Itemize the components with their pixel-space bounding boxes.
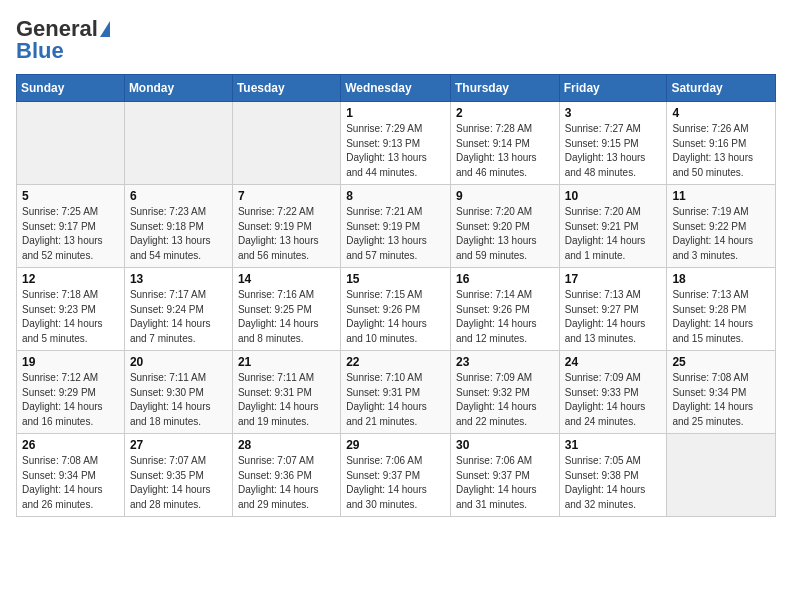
calendar-cell: 27Sunrise: 7:07 AM Sunset: 9:35 PM Dayli… [124,434,232,517]
day-info: Sunrise: 7:21 AM Sunset: 9:19 PM Dayligh… [346,205,445,263]
day-number: 19 [22,355,119,369]
logo: General Blue [16,16,110,64]
day-info: Sunrise: 7:11 AM Sunset: 9:30 PM Dayligh… [130,371,227,429]
day-number: 4 [672,106,770,120]
logo-blue-text: Blue [16,38,64,64]
day-header-wednesday: Wednesday [341,75,451,102]
day-info: Sunrise: 7:26 AM Sunset: 9:16 PM Dayligh… [672,122,770,180]
day-header-friday: Friday [559,75,667,102]
day-number: 1 [346,106,445,120]
calendar-week-row: 26Sunrise: 7:08 AM Sunset: 9:34 PM Dayli… [17,434,776,517]
day-info: Sunrise: 7:06 AM Sunset: 9:37 PM Dayligh… [346,454,445,512]
day-number: 26 [22,438,119,452]
day-header-monday: Monday [124,75,232,102]
day-info: Sunrise: 7:07 AM Sunset: 9:35 PM Dayligh… [130,454,227,512]
day-number: 2 [456,106,554,120]
day-header-sunday: Sunday [17,75,125,102]
day-info: Sunrise: 7:16 AM Sunset: 9:25 PM Dayligh… [238,288,335,346]
calendar-cell: 2Sunrise: 7:28 AM Sunset: 9:14 PM Daylig… [450,102,559,185]
day-number: 13 [130,272,227,286]
calendar-cell: 26Sunrise: 7:08 AM Sunset: 9:34 PM Dayli… [17,434,125,517]
calendar-week-row: 12Sunrise: 7:18 AM Sunset: 9:23 PM Dayli… [17,268,776,351]
calendar-cell: 6Sunrise: 7:23 AM Sunset: 9:18 PM Daylig… [124,185,232,268]
day-header-thursday: Thursday [450,75,559,102]
calendar-cell: 22Sunrise: 7:10 AM Sunset: 9:31 PM Dayli… [341,351,451,434]
calendar-cell [667,434,776,517]
calendar-cell: 8Sunrise: 7:21 AM Sunset: 9:19 PM Daylig… [341,185,451,268]
day-info: Sunrise: 7:15 AM Sunset: 9:26 PM Dayligh… [346,288,445,346]
calendar-cell: 31Sunrise: 7:05 AM Sunset: 9:38 PM Dayli… [559,434,667,517]
day-info: Sunrise: 7:09 AM Sunset: 9:32 PM Dayligh… [456,371,554,429]
day-number: 27 [130,438,227,452]
calendar-cell: 20Sunrise: 7:11 AM Sunset: 9:30 PM Dayli… [124,351,232,434]
day-number: 12 [22,272,119,286]
day-info: Sunrise: 7:07 AM Sunset: 9:36 PM Dayligh… [238,454,335,512]
day-info: Sunrise: 7:10 AM Sunset: 9:31 PM Dayligh… [346,371,445,429]
calendar-cell: 14Sunrise: 7:16 AM Sunset: 9:25 PM Dayli… [232,268,340,351]
day-info: Sunrise: 7:13 AM Sunset: 9:28 PM Dayligh… [672,288,770,346]
day-number: 8 [346,189,445,203]
day-header-saturday: Saturday [667,75,776,102]
calendar-cell [232,102,340,185]
day-info: Sunrise: 7:13 AM Sunset: 9:27 PM Dayligh… [565,288,662,346]
day-info: Sunrise: 7:09 AM Sunset: 9:33 PM Dayligh… [565,371,662,429]
calendar-week-row: 5Sunrise: 7:25 AM Sunset: 9:17 PM Daylig… [17,185,776,268]
day-info: Sunrise: 7:23 AM Sunset: 9:18 PM Dayligh… [130,205,227,263]
calendar-cell: 12Sunrise: 7:18 AM Sunset: 9:23 PM Dayli… [17,268,125,351]
calendar-week-row: 1Sunrise: 7:29 AM Sunset: 9:13 PM Daylig… [17,102,776,185]
calendar-cell: 5Sunrise: 7:25 AM Sunset: 9:17 PM Daylig… [17,185,125,268]
day-info: Sunrise: 7:06 AM Sunset: 9:37 PM Dayligh… [456,454,554,512]
day-number: 17 [565,272,662,286]
day-number: 3 [565,106,662,120]
calendar-cell: 4Sunrise: 7:26 AM Sunset: 9:16 PM Daylig… [667,102,776,185]
day-header-tuesday: Tuesday [232,75,340,102]
calendar-cell: 16Sunrise: 7:14 AM Sunset: 9:26 PM Dayli… [450,268,559,351]
calendar-cell: 11Sunrise: 7:19 AM Sunset: 9:22 PM Dayli… [667,185,776,268]
day-info: Sunrise: 7:20 AM Sunset: 9:21 PM Dayligh… [565,205,662,263]
day-number: 18 [672,272,770,286]
day-number: 23 [456,355,554,369]
calendar-cell: 29Sunrise: 7:06 AM Sunset: 9:37 PM Dayli… [341,434,451,517]
calendar-cell: 30Sunrise: 7:06 AM Sunset: 9:37 PM Dayli… [450,434,559,517]
calendar-week-row: 19Sunrise: 7:12 AM Sunset: 9:29 PM Dayli… [17,351,776,434]
calendar-cell: 1Sunrise: 7:29 AM Sunset: 9:13 PM Daylig… [341,102,451,185]
day-number: 22 [346,355,445,369]
day-number: 20 [130,355,227,369]
calendar-cell: 15Sunrise: 7:15 AM Sunset: 9:26 PM Dayli… [341,268,451,351]
day-info: Sunrise: 7:20 AM Sunset: 9:20 PM Dayligh… [456,205,554,263]
day-number: 9 [456,189,554,203]
day-number: 16 [456,272,554,286]
day-number: 5 [22,189,119,203]
day-info: Sunrise: 7:05 AM Sunset: 9:38 PM Dayligh… [565,454,662,512]
day-info: Sunrise: 7:22 AM Sunset: 9:19 PM Dayligh… [238,205,335,263]
day-info: Sunrise: 7:28 AM Sunset: 9:14 PM Dayligh… [456,122,554,180]
logo-triangle-icon [100,21,110,37]
day-number: 29 [346,438,445,452]
day-info: Sunrise: 7:08 AM Sunset: 9:34 PM Dayligh… [22,454,119,512]
day-number: 6 [130,189,227,203]
calendar-cell: 17Sunrise: 7:13 AM Sunset: 9:27 PM Dayli… [559,268,667,351]
calendar-cell [17,102,125,185]
day-number: 31 [565,438,662,452]
calendar-cell: 7Sunrise: 7:22 AM Sunset: 9:19 PM Daylig… [232,185,340,268]
calendar-cell: 25Sunrise: 7:08 AM Sunset: 9:34 PM Dayli… [667,351,776,434]
calendar-cell: 18Sunrise: 7:13 AM Sunset: 9:28 PM Dayli… [667,268,776,351]
calendar-cell: 23Sunrise: 7:09 AM Sunset: 9:32 PM Dayli… [450,351,559,434]
day-number: 24 [565,355,662,369]
calendar-cell: 13Sunrise: 7:17 AM Sunset: 9:24 PM Dayli… [124,268,232,351]
page-header: General Blue [16,16,776,64]
calendar-header-row: SundayMondayTuesdayWednesdayThursdayFrid… [17,75,776,102]
calendar-cell: 21Sunrise: 7:11 AM Sunset: 9:31 PM Dayli… [232,351,340,434]
calendar-cell: 9Sunrise: 7:20 AM Sunset: 9:20 PM Daylig… [450,185,559,268]
calendar-cell: 24Sunrise: 7:09 AM Sunset: 9:33 PM Dayli… [559,351,667,434]
day-info: Sunrise: 7:27 AM Sunset: 9:15 PM Dayligh… [565,122,662,180]
day-info: Sunrise: 7:08 AM Sunset: 9:34 PM Dayligh… [672,371,770,429]
day-number: 28 [238,438,335,452]
calendar-cell: 28Sunrise: 7:07 AM Sunset: 9:36 PM Dayli… [232,434,340,517]
day-info: Sunrise: 7:12 AM Sunset: 9:29 PM Dayligh… [22,371,119,429]
calendar-cell: 3Sunrise: 7:27 AM Sunset: 9:15 PM Daylig… [559,102,667,185]
day-number: 14 [238,272,335,286]
day-info: Sunrise: 7:18 AM Sunset: 9:23 PM Dayligh… [22,288,119,346]
day-number: 11 [672,189,770,203]
day-info: Sunrise: 7:29 AM Sunset: 9:13 PM Dayligh… [346,122,445,180]
